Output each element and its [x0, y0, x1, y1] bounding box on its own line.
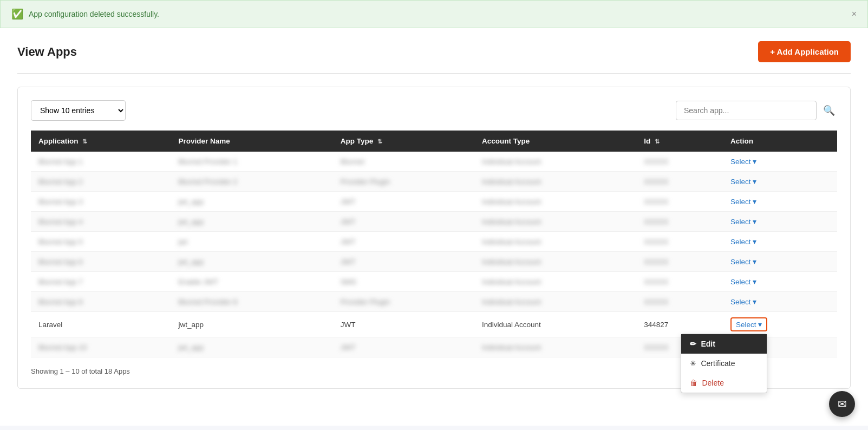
col-application: Application ⇅: [31, 131, 171, 152]
cell-apptype: Blurred: [333, 152, 474, 172]
select-button[interactable]: Select ▾: [730, 277, 757, 286]
cell-action: Select ▾: [723, 212, 837, 232]
chevron-down-icon: ▾: [753, 177, 756, 186]
cell-apptype: JWT: [333, 192, 474, 212]
table-row: Blurred App 1 Blurred Provider 1 Blurred…: [31, 152, 837, 172]
cell-id: XXXXX: [636, 152, 723, 172]
select-button[interactable]: Select ▾: [730, 257, 757, 266]
cell-application: Blurred App 3: [31, 192, 171, 212]
chevron-down-icon: ▾: [753, 277, 756, 286]
cell-action: Select ▾ ✏ Edit ✳ Certificate: [723, 312, 837, 337]
cell-application: Blurred App 8: [31, 292, 171, 312]
table-row: Blurred App 7 Enable JWT SMS Individual …: [31, 272, 837, 292]
edit-menu-item[interactable]: ✏ Edit: [681, 334, 767, 354]
chevron-down-icon: ▾: [753, 197, 756, 206]
cell-accounttype: Individual Account: [474, 172, 636, 192]
chevron-down-icon: ▾: [753, 257, 756, 266]
cell-id: XXXXX: [636, 212, 723, 232]
cell-id: XXXXX: [636, 252, 723, 272]
id-sort-icon[interactable]: ⇅: [655, 138, 660, 145]
table-controls: Show 10 entries Show 25 entries Show 50 …: [31, 100, 837, 121]
action-dropdown-menu: ✏ Edit ✳ Certificate 🗑 Delete: [681, 334, 767, 393]
cell-accounttype: Individual Account: [474, 292, 636, 312]
col-action: Action: [723, 131, 837, 152]
cell-provider: Blurred Provider 1: [171, 152, 333, 172]
delete-icon: 🗑: [690, 379, 697, 387]
cell-action: Select ▾: [723, 232, 837, 252]
banner-close-button[interactable]: ×: [852, 9, 857, 19]
cell-accounttype: Individual Account: [474, 212, 636, 232]
cell-application: Blurred App 5: [31, 232, 171, 252]
cell-action: Select ▾: [723, 272, 837, 292]
cell-provider: jwt_app: [171, 252, 333, 272]
cell-accounttype: Individual Account: [474, 232, 636, 252]
search-button[interactable]: 🔍: [821, 102, 837, 119]
select-button[interactable]: Select ▾: [730, 157, 757, 166]
table-header-row: Application ⇅ Provider Name App Type ⇅ A…: [31, 131, 837, 152]
page-header: View Apps + Add Application: [0, 28, 868, 73]
cell-accounttype: Individual Account: [474, 312, 636, 337]
entries-select[interactable]: Show 10 entries Show 25 entries Show 50 …: [31, 100, 126, 121]
table-row: Laravel jwt_app JWT Individual Account 3…: [31, 312, 837, 337]
select-button[interactable]: Select ▾: [730, 197, 757, 206]
apps-table: Application ⇅ Provider Name App Type ⇅ A…: [31, 131, 837, 357]
cell-action: Select ▾: [723, 172, 837, 192]
application-sort-icon[interactable]: ⇅: [82, 138, 87, 145]
col-accounttype: Account Type: [474, 131, 636, 152]
table-row: Blurred App 6 jwt_app JWT Individual Acc…: [31, 252, 837, 272]
success-icon: ✅: [11, 8, 23, 20]
table-row: Blurred App 3 jwt_app JWT Individual Acc…: [31, 192, 837, 212]
table-container: Show 10 entries Show 25 entries Show 50 …: [17, 87, 851, 389]
cell-id: XXXXX: [636, 272, 723, 292]
page-title: View Apps: [17, 45, 77, 59]
cell-apptype: JWT: [333, 337, 474, 357]
cell-id: XXXXX: [636, 172, 723, 192]
cell-action: Select ▾: [723, 292, 837, 312]
delete-menu-item[interactable]: 🗑 Delete: [681, 373, 767, 393]
cell-provider: jwt_app: [171, 212, 333, 232]
chevron-down-icon: ▾: [753, 297, 756, 306]
cell-application: Blurred App 7: [31, 272, 171, 292]
cell-application: Blurred App 2: [31, 172, 171, 192]
cell-provider: jwt_app: [171, 312, 333, 337]
apptype-sort-icon[interactable]: ⇅: [377, 138, 382, 145]
table-row: Blurred App 5 jwt JWT Individual Account…: [31, 232, 837, 252]
cell-apptype: JWT: [333, 312, 474, 337]
select-button[interactable]: Select ▾: [730, 297, 757, 306]
search-wrapper: 🔍: [676, 101, 837, 120]
cell-accounttype: Individual Account: [474, 152, 636, 172]
table-row: Blurred App 8 Blurred Provider 8 Provide…: [31, 292, 837, 312]
cell-provider: Blurred Provider 2: [171, 172, 333, 192]
cell-apptype: Provider Plugin: [333, 172, 474, 192]
cell-accounttype: Individual Account: [474, 252, 636, 272]
cell-application: Blurred App 1: [31, 152, 171, 172]
chevron-down-icon: ▾: [758, 320, 762, 329]
select-highlighted-button[interactable]: Select ▾: [730, 317, 768, 331]
cell-apptype: JWT: [333, 252, 474, 272]
cell-application: Blurred App 4: [31, 212, 171, 232]
cell-provider: jwt_app: [171, 192, 333, 212]
col-apptype: App Type ⇅: [333, 131, 474, 152]
cell-action: Select ▾: [723, 192, 837, 212]
add-application-button[interactable]: + Add Application: [758, 41, 851, 62]
cell-application: Blurred App 6: [31, 252, 171, 272]
search-input[interactable]: [676, 101, 817, 120]
cell-application: Laravel: [31, 312, 171, 337]
table-row: Blurred App 4 jwt_app JWT Individual Acc…: [31, 212, 837, 232]
col-id: Id ⇅: [636, 131, 723, 152]
cell-provider: Blurred Provider 8: [171, 292, 333, 312]
cell-provider: jwt: [171, 232, 333, 252]
action-dropdown-wrapper: Select ▾ ✏ Edit ✳ Certificate: [730, 317, 768, 331]
cell-id: XXXXX: [636, 232, 723, 252]
select-button[interactable]: Select ▾: [730, 237, 757, 246]
cell-action: Select ▾: [723, 152, 837, 172]
select-button[interactable]: Select ▾: [730, 217, 757, 226]
table-body: Blurred App 1 Blurred Provider 1 Blurred…: [31, 152, 837, 357]
cell-provider: Enable JWT: [171, 272, 333, 292]
select-button[interactable]: Select ▾: [730, 177, 757, 186]
cell-id: XXXXX: [636, 192, 723, 212]
chat-button[interactable]: ✉: [829, 391, 855, 417]
certificate-menu-item[interactable]: ✳ Certificate: [681, 354, 767, 373]
success-message: App configuration deleted successfully.: [29, 10, 159, 18]
cell-id: XXXXX: [636, 292, 723, 312]
